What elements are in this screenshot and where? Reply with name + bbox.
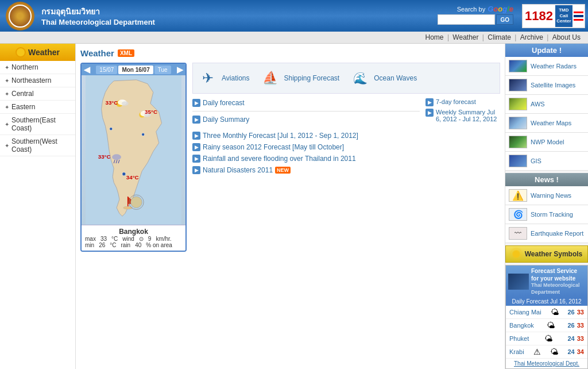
xml-badge[interactable]: XML (118, 49, 134, 57)
max-label: max (85, 236, 96, 242)
svg-point-16 (131, 197, 142, 208)
sidebar-item-central[interactable]: ✦ Central (0, 87, 75, 101)
ocean-waves-link[interactable]: 🌊 Ocean Waves (351, 69, 417, 87)
sun-icon (511, 249, 521, 259)
link-bullet4: ▶ (425, 109, 434, 117)
city-row-chiangmai[interactable]: Chiang Mai 🌤 26 33 (506, 306, 587, 319)
main-layout: Weather ✦ Northern ✦ Northeastern ✦ Cent… (0, 44, 588, 369)
nav-climate[interactable]: Climate (488, 33, 511, 41)
svg-point-7 (112, 154, 121, 160)
right-item-aws[interactable]: AWS (505, 95, 588, 114)
storm-thumb: 🌀 (509, 208, 527, 221)
city-row-bangkok[interactable]: Bangkok 🌤 26 33 (506, 319, 587, 332)
nav-weather[interactable]: Weather (452, 33, 478, 41)
article-link-1[interactable]: ▶ Rainy season 2012 Forecast [May till O… (192, 141, 500, 153)
right-item-radars[interactable]: Weather Radars (505, 57, 588, 76)
forecast-service-thumb (508, 274, 529, 290)
right-item-satellite[interactable]: Satellite Images (505, 76, 588, 95)
search-input[interactable] (438, 14, 495, 25)
right-sidebar: Update ! Weather Radars Satellite Images… (505, 44, 588, 369)
quake-thumb: 〰 (509, 227, 527, 240)
search-label: Search by Google (457, 5, 513, 13)
svg-point-13 (123, 206, 133, 209)
svg-point-3 (122, 101, 129, 106)
chiangmai-weather-icon: 🌤 (551, 308, 559, 317)
article-bullet-2: ▶ (192, 155, 200, 163)
link-bullet3: ▶ (425, 98, 434, 106)
city-row-phuket[interactable]: Phuket 🌤 24 33 (506, 332, 587, 345)
right-item-quake[interactable]: 〰 Earthquake Report (505, 224, 588, 243)
title-en: Thai Meteorological Department (41, 18, 155, 26)
sidebar-item-southern-west[interactable]: ✦ Southern(West Coast) (0, 135, 75, 156)
forecast-service-title: Forecast Service for your website Thai M… (531, 267, 585, 295)
min-label: min (85, 242, 94, 248)
article-bullet-1: ▶ (192, 143, 200, 151)
sidebar-item-southern-east[interactable]: ✦ Southern(East Coast) (0, 114, 75, 135)
right-item-maps[interactable]: Weather Maps (505, 114, 588, 133)
flag-icon (574, 11, 583, 21)
sidebar-item-eastern[interactable]: ✦ Eastern (0, 101, 75, 114)
date-tab-prev[interactable]: 15/07 (96, 66, 117, 74)
shipping-link[interactable]: ⛵ Shipping Forecast (261, 69, 339, 87)
7day-forecast-link[interactable]: ▶ 7-day forecast (425, 97, 500, 107)
article-link-2[interactable]: ▶ Rainfall and severe flooding over Thai… (192, 153, 500, 164)
bullet: ✦ (5, 143, 9, 149)
map-info-row2: min 26 °C rain 40 % on area (85, 242, 182, 248)
nav-about[interactable]: About Us (552, 33, 581, 41)
maps-thumb (509, 117, 527, 129)
phuket-temps: 24 33 (568, 335, 585, 342)
tmd-dept-link[interactable]: Thai Meteorological Dept. (506, 359, 587, 368)
svg-point-23 (142, 133, 145, 136)
nav-archive[interactable]: Archive (520, 33, 543, 41)
aviations-link[interactable]: ✈ Aviations (199, 69, 249, 87)
news-header: News ! (505, 173, 588, 186)
map-date-nav: ◀ 15/07 Mon 16/07 Tue ▶ (82, 64, 185, 75)
city-row-krabi[interactable]: Krabi ⚠ 🌤 24 34 (506, 345, 587, 359)
divider (192, 111, 420, 112)
forecast-panel: ✈ Aviations ⛵ Shipping Forecast 🌊 (192, 63, 500, 252)
google-logo: Google (488, 5, 513, 13)
phuket-weather-icon: 🌤 (544, 334, 552, 343)
sidebar-item-northeastern[interactable]: ✦ Northeastern (0, 74, 75, 87)
right-item-nwp[interactable]: NWP Model (505, 133, 588, 152)
article-link-3[interactable]: ▶ Natural Disasters 2011 NEW (192, 164, 500, 176)
article-link-0[interactable]: ▶ Three Monthly Forecast [Jul 1, 2012 - … (192, 130, 500, 141)
bullet: ✦ (5, 64, 9, 71)
forecast-articles: ▶ Three Monthly Forecast [Jul 1, 2012 - … (192, 130, 500, 176)
gis-thumb (509, 155, 527, 167)
krabi-weather-icon2: 🌤 (550, 347, 558, 356)
right-item-storm[interactable]: 🌀 Storm Tracking (505, 205, 588, 224)
svg-text:33°C: 33°C (98, 153, 111, 160)
prev-date-arrow[interactable]: ◀ (84, 65, 90, 74)
svg-text:35°C: 35°C (145, 109, 157, 115)
daily-forecast-link[interactable]: ▶ Daily forecast (192, 97, 420, 109)
forecast-right: ▶ 7-day forecast ▶ Weekly Summary Jul 6,… (425, 97, 500, 124)
max-temp-val: 33 (100, 236, 107, 242)
right-item-warning[interactable]: ⚠️ Warning News (505, 186, 588, 205)
svg-text:34°C: 34°C (126, 175, 139, 181)
weekly-summary-link[interactable]: ▶ Weekly Summary Jul 6, 2012 - Jul 12, 2… (425, 107, 500, 124)
warning-thumb: ⚠️ (509, 189, 527, 202)
rain-unit: % on area (146, 242, 172, 248)
svg-point-21 (122, 172, 126, 176)
kmhr-unit: km/hr. (156, 236, 171, 242)
date-tab-current[interactable]: Mon 16/07 (118, 66, 153, 74)
sidebar-item-northern[interactable]: ✦ Northern (0, 61, 75, 74)
next-date-arrow[interactable]: ▶ (177, 65, 183, 74)
map-info: Bangkok max 33 °C wind ⊙ 9 km/hr. min 26… (82, 225, 185, 251)
map-panel: ◀ 15/07 Mon 16/07 Tue ▶ (80, 63, 187, 252)
city-name: Bangkok (85, 228, 182, 236)
right-item-gis[interactable]: GIS (505, 152, 588, 171)
date-tab-next[interactable]: Tue (154, 66, 171, 74)
daily-summary-link[interactable]: ▶ Daily Summary (192, 114, 420, 125)
weather-title-row: Weather XML (80, 48, 500, 58)
svg-text:33°C: 33°C (105, 99, 118, 106)
daily-forecast-label: Daily Forecast Jul 16, 2012 (506, 297, 587, 306)
nav-home[interactable]: Home (425, 33, 444, 41)
new-badge: NEW (275, 167, 291, 174)
search-button[interactable]: GO (496, 14, 513, 25)
weather-symbols-button[interactable]: Weather Symbols (505, 245, 588, 263)
link-bullet2: ▶ (192, 116, 200, 124)
svg-point-22 (110, 128, 113, 130)
temp-unit2: °C (110, 242, 116, 248)
